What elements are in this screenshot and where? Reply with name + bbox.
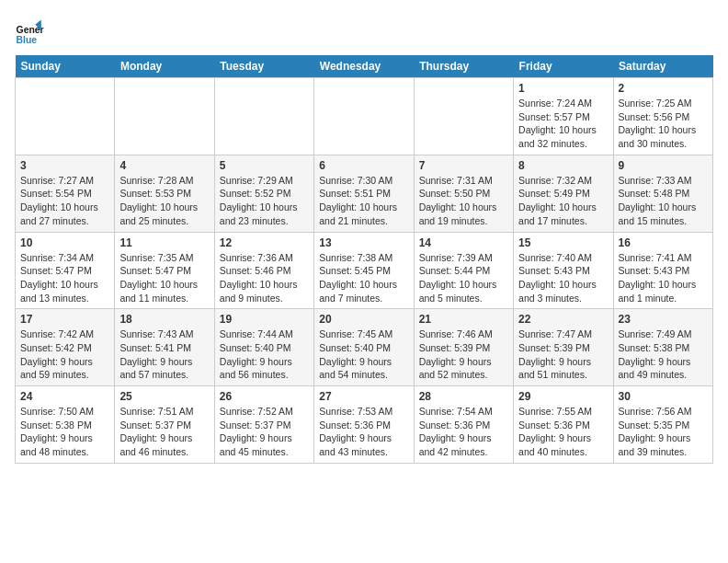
day-info: Sunrise: 7:31 AMSunset: 5:50 PMDaylight:… <box>419 174 508 228</box>
calendar-cell: 10Sunrise: 7:34 AMSunset: 5:47 PMDayligh… <box>16 232 115 309</box>
day-info: Sunrise: 7:45 AMSunset: 5:40 PMDaylight:… <box>319 327 408 382</box>
day-number: 20 <box>319 313 408 326</box>
logo-icon: General Blue <box>15 18 44 48</box>
page-header: General Blue <box>15 15 713 48</box>
day-info: Sunrise: 7:51 AMSunset: 5:37 PMDaylight:… <box>119 405 209 459</box>
calendar-cell: 1Sunrise: 7:24 AMSunset: 5:57 PMDaylight… <box>514 78 613 155</box>
day-number: 1 <box>518 82 608 95</box>
calendar-cell: 24Sunrise: 7:50 AMSunset: 5:38 PMDayligh… <box>16 386 115 464</box>
calendar-cell: 14Sunrise: 7:39 AMSunset: 5:44 PMDayligh… <box>414 232 513 309</box>
calendar-cell: 19Sunrise: 7:44 AMSunset: 5:40 PMDayligh… <box>214 309 313 386</box>
calendar-cell: 2Sunrise: 7:25 AMSunset: 5:56 PMDaylight… <box>613 78 712 155</box>
day-number: 28 <box>419 390 508 403</box>
column-header-thursday: Thursday <box>414 55 513 78</box>
column-header-sunday: Sunday <box>16 55 115 78</box>
column-header-friday: Friday <box>514 55 613 78</box>
day-info: Sunrise: 7:34 AMSunset: 5:47 PMDaylight:… <box>20 251 109 305</box>
day-info: Sunrise: 7:53 AMSunset: 5:36 PMDaylight:… <box>319 405 408 459</box>
day-number: 17 <box>20 313 109 326</box>
day-info: Sunrise: 7:42 AMSunset: 5:42 PMDaylight:… <box>20 327 109 382</box>
calendar-cell: 30Sunrise: 7:56 AMSunset: 5:35 PMDayligh… <box>613 386 712 464</box>
column-header-monday: Monday <box>115 55 214 78</box>
calendar-cell: 23Sunrise: 7:49 AMSunset: 5:38 PMDayligh… <box>613 309 712 386</box>
day-info: Sunrise: 7:43 AMSunset: 5:41 PMDaylight:… <box>119 327 209 382</box>
day-info: Sunrise: 7:41 AMSunset: 5:43 PMDaylight:… <box>619 251 708 305</box>
calendar-cell: 7Sunrise: 7:31 AMSunset: 5:50 PMDaylight… <box>414 155 513 232</box>
calendar-cell: 27Sunrise: 7:53 AMSunset: 5:36 PMDayligh… <box>314 386 414 464</box>
day-info: Sunrise: 7:36 AMSunset: 5:46 PMDaylight:… <box>220 251 309 305</box>
day-info: Sunrise: 7:54 AMSunset: 5:36 PMDaylight:… <box>419 405 508 459</box>
calendar-cell: 4Sunrise: 7:28 AMSunset: 5:53 PMDaylight… <box>115 155 214 232</box>
day-number: 16 <box>619 236 708 249</box>
day-number: 14 <box>419 236 508 249</box>
calendar-cell: 16Sunrise: 7:41 AMSunset: 5:43 PMDayligh… <box>613 232 712 309</box>
calendar-cell: 25Sunrise: 7:51 AMSunset: 5:37 PMDayligh… <box>115 386 214 464</box>
day-number: 12 <box>220 236 309 249</box>
day-info: Sunrise: 7:27 AMSunset: 5:54 PMDaylight:… <box>20 174 109 228</box>
day-number: 23 <box>619 313 708 326</box>
calendar-week-2: 3Sunrise: 7:27 AMSunset: 5:54 PMDaylight… <box>16 155 713 232</box>
day-number: 27 <box>319 390 408 403</box>
calendar-week-3: 10Sunrise: 7:34 AMSunset: 5:47 PMDayligh… <box>16 232 713 309</box>
day-number: 9 <box>619 159 708 172</box>
calendar-cell <box>314 78 414 155</box>
column-header-wednesday: Wednesday <box>314 55 414 78</box>
calendar-cell: 17Sunrise: 7:42 AMSunset: 5:42 PMDayligh… <box>16 309 115 386</box>
calendar-cell: 21Sunrise: 7:46 AMSunset: 5:39 PMDayligh… <box>414 309 513 386</box>
calendar-cell: 28Sunrise: 7:54 AMSunset: 5:36 PMDayligh… <box>414 386 513 464</box>
calendar-cell: 22Sunrise: 7:47 AMSunset: 5:39 PMDayligh… <box>514 309 613 386</box>
day-info: Sunrise: 7:56 AMSunset: 5:35 PMDaylight:… <box>619 405 708 459</box>
calendar-cell: 29Sunrise: 7:55 AMSunset: 5:36 PMDayligh… <box>514 386 613 464</box>
day-number: 22 <box>518 313 608 326</box>
calendar-cell: 5Sunrise: 7:29 AMSunset: 5:52 PMDaylight… <box>214 155 313 232</box>
day-number: 21 <box>419 313 508 326</box>
day-number: 7 <box>419 159 508 172</box>
day-info: Sunrise: 7:50 AMSunset: 5:38 PMDaylight:… <box>20 405 109 459</box>
day-number: 6 <box>319 159 408 172</box>
day-number: 26 <box>220 390 309 403</box>
calendar-week-1: 1Sunrise: 7:24 AMSunset: 5:57 PMDaylight… <box>16 78 713 155</box>
day-number: 10 <box>20 236 109 249</box>
day-info: Sunrise: 7:25 AMSunset: 5:56 PMDaylight:… <box>619 97 708 151</box>
day-info: Sunrise: 7:49 AMSunset: 5:38 PMDaylight:… <box>619 327 708 382</box>
day-number: 3 <box>20 159 109 172</box>
calendar-cell: 13Sunrise: 7:38 AMSunset: 5:45 PMDayligh… <box>314 232 414 309</box>
day-info: Sunrise: 7:35 AMSunset: 5:47 PMDaylight:… <box>119 251 209 305</box>
calendar-week-5: 24Sunrise: 7:50 AMSunset: 5:38 PMDayligh… <box>16 386 713 464</box>
calendar-cell: 20Sunrise: 7:45 AMSunset: 5:40 PMDayligh… <box>314 309 414 386</box>
day-info: Sunrise: 7:38 AMSunset: 5:45 PMDaylight:… <box>319 251 408 305</box>
day-number: 15 <box>518 236 608 249</box>
calendar-table: SundayMondayTuesdayWednesdayThursdayFrid… <box>15 55 713 464</box>
day-info: Sunrise: 7:40 AMSunset: 5:43 PMDaylight:… <box>518 251 608 305</box>
day-number: 4 <box>119 159 209 172</box>
calendar-cell: 9Sunrise: 7:33 AMSunset: 5:48 PMDaylight… <box>613 155 712 232</box>
day-number: 29 <box>518 390 608 403</box>
day-number: 8 <box>518 159 608 172</box>
calendar-cell <box>115 78 214 155</box>
day-info: Sunrise: 7:30 AMSunset: 5:51 PMDaylight:… <box>319 174 408 228</box>
day-number: 30 <box>619 390 708 403</box>
day-info: Sunrise: 7:47 AMSunset: 5:39 PMDaylight:… <box>518 327 608 382</box>
day-info: Sunrise: 7:52 AMSunset: 5:37 PMDaylight:… <box>220 405 309 459</box>
day-info: Sunrise: 7:28 AMSunset: 5:53 PMDaylight:… <box>119 174 209 228</box>
calendar-cell: 18Sunrise: 7:43 AMSunset: 5:41 PMDayligh… <box>115 309 214 386</box>
calendar-week-4: 17Sunrise: 7:42 AMSunset: 5:42 PMDayligh… <box>16 309 713 386</box>
day-info: Sunrise: 7:33 AMSunset: 5:48 PMDaylight:… <box>619 174 708 228</box>
calendar-cell: 11Sunrise: 7:35 AMSunset: 5:47 PMDayligh… <box>115 232 214 309</box>
day-number: 25 <box>119 390 209 403</box>
day-number: 11 <box>119 236 209 249</box>
day-info: Sunrise: 7:24 AMSunset: 5:57 PMDaylight:… <box>518 97 608 151</box>
day-info: Sunrise: 7:55 AMSunset: 5:36 PMDaylight:… <box>518 405 608 459</box>
column-header-saturday: Saturday <box>613 55 712 78</box>
calendar-cell: 12Sunrise: 7:36 AMSunset: 5:46 PMDayligh… <box>214 232 313 309</box>
day-info: Sunrise: 7:39 AMSunset: 5:44 PMDaylight:… <box>419 251 508 305</box>
column-header-tuesday: Tuesday <box>214 55 313 78</box>
day-number: 19 <box>220 313 309 326</box>
day-number: 5 <box>220 159 309 172</box>
day-number: 2 <box>619 82 708 95</box>
day-number: 24 <box>20 390 109 403</box>
calendar-cell <box>16 78 115 155</box>
svg-text:Blue: Blue <box>17 35 38 45</box>
calendar-cell <box>214 78 313 155</box>
day-info: Sunrise: 7:46 AMSunset: 5:39 PMDaylight:… <box>419 327 508 382</box>
